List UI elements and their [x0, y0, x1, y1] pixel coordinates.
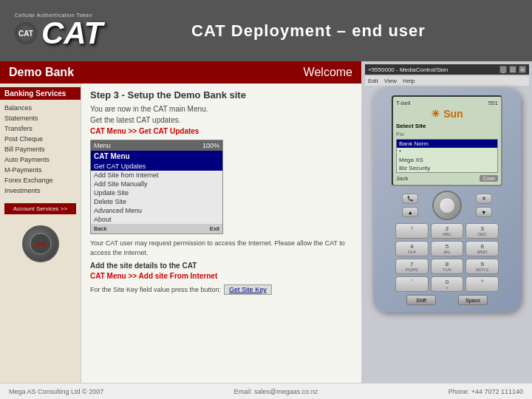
phone-menu-view[interactable]: View — [384, 78, 397, 84]
phone-key-1[interactable]: 1 — [395, 223, 429, 239]
phone-key-9[interactable]: 9WXYZ — [466, 259, 499, 274]
sun-logo: ☀ Sun — [396, 108, 498, 120]
phone-key-2[interactable]: 2ABC — [431, 223, 464, 239]
menu-path-link[interactable]: CAT Menu >> Get CAT Updates — [90, 127, 352, 135]
menu-header-right: 100% — [202, 142, 219, 149]
phone-down-btn[interactable]: ▼ — [476, 207, 492, 217]
phone-bottom-buttons: Shift Space — [395, 295, 499, 305]
phone-key-8[interactable]: 8TUV — [431, 259, 464, 274]
space-button[interactable]: Space — [458, 295, 488, 305]
signal-strength: 551 — [488, 100, 498, 106]
phone-titlebar-text: +5550000 - MediaControl/Skin — [368, 66, 448, 73]
phone-key-7[interactable]: 7PQRS — [395, 259, 429, 274]
bank-body: Banking Services Balances Statements Tra… — [0, 83, 361, 399]
phone-site-item-3[interactable]: Biz Security — [397, 164, 497, 172]
connect-button[interactable]: Conn — [480, 175, 498, 182]
site-key-row: For the Site Key field value press the b… — [90, 284, 352, 295]
menu-header-left: Menu — [94, 142, 111, 149]
sidebar-item-statements[interactable]: Statements — [0, 113, 81, 123]
phone-up-btn[interactable]: ▲ — [402, 207, 418, 217]
minimize-button[interactable]: _ — [499, 66, 507, 73]
phone-key-3[interactable]: 3DEF — [466, 223, 499, 239]
get-site-key-button[interactable]: Get Site Key — [224, 284, 272, 295]
maximize-button[interactable]: □ — [509, 66, 516, 73]
site-key-text: For the Site Key field value press the b… — [90, 286, 221, 293]
menu-item-4[interactable]: Delete Site — [91, 197, 222, 206]
phone-site-item-1[interactable]: * — [397, 148, 497, 156]
page-title: CAT Deployment – end user — [100, 21, 517, 41]
sidebar-item-autopayments[interactable]: Auto Payments — [0, 154, 81, 165]
phone-window-controls: _ □ × — [499, 66, 526, 73]
phone-menu-help[interactable]: Help — [403, 78, 415, 84]
phone-status-bar: T-bell 551 — [396, 100, 498, 106]
phone-end-btn[interactable]: ✕ — [476, 194, 492, 204]
sidebar-item-billpayments[interactable]: Bill Payments — [0, 144, 81, 154]
content-area: Step 3 - Setup the Demo Bank site You ar… — [81, 83, 361, 399]
shift-button[interactable]: Shift — [406, 295, 436, 305]
phone-key-hash[interactable]: # — [466, 276, 499, 292]
phone-center-inner — [439, 197, 455, 214]
company-name: Mega AS Consulting Ltd © 2007 — [9, 388, 103, 395]
footer: Mega AS Consulting Ltd © 2007 Email: sal… — [0, 383, 532, 399]
sidebar-bottom: Account Services >> — [0, 203, 81, 262]
phone-key-4[interactable]: 4GHI — [395, 241, 429, 256]
phone-key-star[interactable]: * — [395, 276, 429, 292]
cat-icon: CAT — [15, 22, 37, 44]
left-panel: Demo Bank Welcome Banking Services Balan… — [0, 61, 362, 399]
sidebar-item-transfers[interactable]: Transfers — [0, 123, 81, 134]
sidebar-title: Banking Services — [0, 87, 81, 100]
right-panel: +5550000 - MediaControl/Skin _ □ × Edit … — [362, 61, 532, 399]
phone-number-grid: 1 2ABC 3DEF 4GHI 5JKL 6MNO 7PQRS 8TUV 9W… — [395, 223, 499, 292]
sidebar-item-balances[interactable]: Balances — [0, 103, 81, 113]
phone-site-item-2[interactable]: Mega XS — [397, 156, 497, 164]
sidebar-item-forex[interactable]: Forex Exchange — [0, 175, 81, 185]
phone-label: Phone: — [449, 388, 470, 395]
bank-welcome: Welcome — [304, 66, 352, 79]
menu-item-6[interactable]: About — [91, 215, 222, 224]
menu-item-1[interactable]: Add Site from Internet — [91, 171, 222, 180]
phone-key-5[interactable]: 5JKL — [431, 241, 464, 256]
logo-text: CAT — [41, 18, 103, 49]
phone-menubar: Edit View Help — [365, 76, 529, 86]
email-value: sales@megaas.co.nz — [254, 388, 318, 395]
bank-title: Demo Bank — [9, 66, 74, 79]
add-site-title: Add the site details to the CAT — [90, 262, 352, 270]
phone-titlebar: +5550000 - MediaControl/Skin _ □ × — [365, 64, 529, 75]
phone-center-nav[interactable] — [432, 191, 462, 220]
account-services-button[interactable]: Account Services >> — [4, 203, 76, 214]
menu-item-3[interactable]: Update Site — [91, 188, 222, 197]
intro-text: You are now in the CAT main Menu. — [90, 105, 352, 113]
sidebar-item-investments[interactable]: Investments — [0, 185, 81, 196]
bank-header: Demo Bank Welcome — [0, 61, 361, 83]
allow-text: Your CAT user may request permission to … — [90, 239, 352, 257]
select-site-label: Select Site — [396, 123, 498, 129]
phone-menu-edit[interactable]: Edit — [368, 78, 378, 84]
close-button[interactable]: × — [519, 66, 526, 73]
phone-nav-row: 📞 ▲ ✕ ▼ — [395, 191, 499, 220]
menu-box: Menu 100% CAT Menu Get CAT Updates Add S… — [90, 140, 223, 234]
sidebar-item-mpayments[interactable]: M-Payments — [0, 165, 81, 175]
phone-left-nav: 📞 ▲ — [402, 191, 418, 220]
phone-key-0[interactable]: 0+ — [431, 276, 464, 292]
menu-item-5[interactable]: Advanced Menu — [91, 206, 222, 215]
menu-box-footer: Back Exit — [91, 224, 222, 233]
sidebar-item-postcheque[interactable]: Post Cheque — [0, 134, 81, 144]
phone-call-btn[interactable]: 📞 — [402, 194, 418, 204]
add-site-link[interactable]: CAT Menu >> Add site From Internet — [90, 272, 352, 280]
phone-site-item-0[interactable]: Bank Norm — [397, 140, 497, 148]
phone-right-nav: ✕ ▼ — [476, 191, 492, 220]
footer-email: Email: sales@megaas.co.nz — [234, 388, 318, 395]
fix-label: Fix — [396, 131, 404, 137]
menu-item-2[interactable]: Add Site Manually — [91, 180, 222, 188]
main-content: Demo Bank Welcome Banking Services Balan… — [0, 61, 532, 399]
phone-key-6[interactable]: 6MNO — [466, 241, 499, 256]
menu-footer-back[interactable]: Back — [94, 225, 107, 232]
phone-jack-row: Jack Conn — [396, 175, 498, 182]
menu-item-0[interactable]: Get CAT Updates — [91, 162, 222, 171]
cat-logo-sidebar — [22, 225, 59, 262]
menu-footer-exit[interactable]: Exit — [210, 225, 219, 232]
footer-phone: Phone: +44 7072 111140 — [449, 388, 523, 395]
phone-value: +44 7072 111140 — [471, 388, 523, 395]
phone-logo-area: ☀ Sun — [396, 108, 498, 120]
phone-site-list: Bank Norm * Mega XS Biz Security — [396, 139, 498, 173]
